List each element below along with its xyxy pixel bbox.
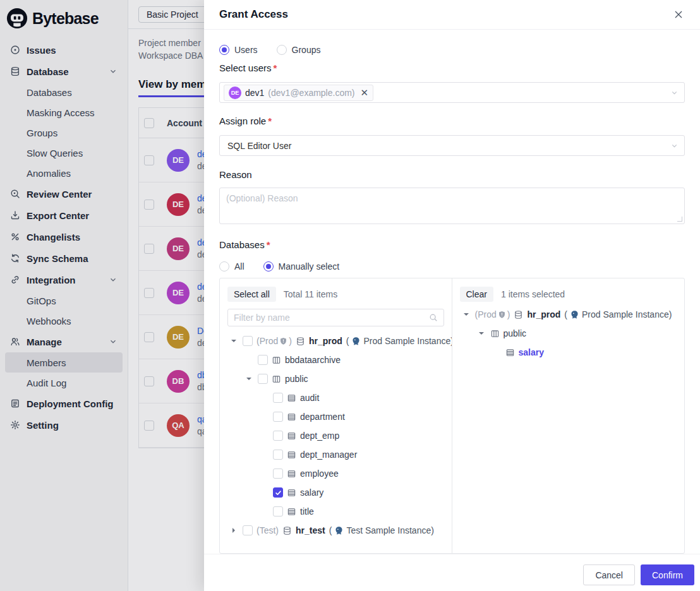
modal-header: Grant Access [204,0,700,30]
radio-button[interactable] [263,261,274,272]
tree-item-name: hr_prod [309,336,342,346]
select-users-input[interactable]: DE dev1 (dev1@example.com) ✕ [219,82,685,103]
total-count: Total 11 items [284,289,337,299]
tree-item-name: dept_emp [300,431,339,441]
instance-label: (Prod Sample Instance) [346,336,452,346]
filter-input[interactable]: Filter by name [227,309,444,326]
table-icon [287,431,296,441]
table-icon [287,412,296,422]
radio-all[interactable]: All [219,261,244,272]
assign-role-value: SQL Editor User [224,141,291,151]
caret-down-icon[interactable] [244,376,254,382]
checkbox[interactable] [258,374,268,384]
source-tree: (Prod)hr_prod(Prod Sample Instance)bbdat… [227,331,444,540]
table-icon [287,450,296,460]
radio-label: Users [234,45,258,55]
instance-label: (Prod Sample Instance) [564,309,672,319]
radio-button[interactable] [277,45,287,55]
checkbox[interactable] [273,431,283,441]
tree-item-department[interactable]: department [227,407,444,426]
checkbox[interactable] [273,487,283,498]
principal-radio-group: UsersGroups [219,44,685,56]
tree-item-name: bbdataarchive [285,355,341,365]
instance-label: (Test Sample Instance) [329,525,434,535]
checkbox[interactable] [273,412,283,422]
checkbox[interactable] [243,336,253,346]
schema-icon [272,355,281,365]
postgres-icon [351,337,361,346]
grant-access-modal: Grant Access UsersGroups Select users* D… [204,0,700,591]
selected-count: 1 items selected [501,289,565,299]
tree-item-bbdataarchive[interactable]: bbdataarchive [227,350,444,369]
avatar: DE [229,87,241,99]
radio-users[interactable]: Users [219,45,258,55]
reason-textarea[interactable]: (Optional) Reason [219,188,685,224]
checkbox[interactable] [273,393,283,403]
database-picker: Select all Total 11 items Filter by name… [219,278,685,554]
schema-icon [490,329,500,338]
clear-button[interactable]: Clear [460,287,493,302]
cancel-button[interactable]: Cancel [583,564,635,585]
caret-right-icon[interactable] [229,527,239,534]
search-icon [429,313,438,322]
selected-user-tag: DE dev1 (dev1@example.com) ✕ [224,85,373,101]
tree-item-employee[interactable]: employee [227,464,444,483]
scope-radio-group: AllManually select [219,260,685,273]
databases-label: Databases* [219,239,685,252]
tree-item-salary[interactable]: salary [227,483,444,502]
radio-button[interactable] [219,261,229,272]
tree-item-name: salary [519,347,544,357]
environment-label: (Test) [256,525,279,535]
reason-label: Reason [219,169,685,182]
tree-database-icon [296,337,305,346]
tree-item-hr-test[interactable]: (Test)hr_test(Test Sample Instance) [227,521,444,540]
confirm-button[interactable]: Confirm [641,564,694,585]
tree-item-name: hr_prod [527,309,560,319]
assign-role-label: Assign role* [219,116,685,128]
schema-icon [272,374,281,384]
selected-tree: (Prod)hr_prod(Prod Sample Instance)publi… [460,305,677,362]
filter-placeholder: Filter by name [234,313,290,323]
picker-source-pane: Select all Total 11 items Filter by name… [220,278,452,553]
caret-down-icon[interactable] [461,311,471,318]
tree-item-name: dept_manager [300,450,357,460]
tree-item-name: public [285,374,308,384]
table-icon [287,469,296,479]
tree-item-dept-manager[interactable]: dept_manager [227,445,444,464]
assign-role-select[interactable]: SQL Editor User [219,135,685,156]
tree-item-salary[interactable]: salary [460,343,677,362]
radio-label: Groups [292,45,321,55]
close-icon[interactable] [672,8,685,21]
checkbox[interactable] [273,450,283,460]
user-name: dev1 [245,88,264,98]
tree-database-icon [514,310,523,319]
checkbox[interactable] [273,506,283,516]
chevron-down-icon [670,88,679,97]
tree-item-audit[interactable]: audit [227,388,444,407]
tree-item-public[interactable]: public [460,324,677,343]
caret-down-icon[interactable] [229,338,239,344]
checkbox[interactable] [273,469,283,479]
select-users-label: Select users* [219,63,685,75]
caret-down-icon[interactable] [476,330,486,337]
tree-item-name: hr_test [296,525,325,535]
checkbox[interactable] [258,355,268,365]
tree-item-title[interactable]: title [227,502,444,521]
tree-item-public[interactable]: public [227,369,444,388]
app-window: Bytebase IssuesDatabaseDatabasesMasking … [0,0,700,591]
tree-item-name: employee [300,469,339,479]
radio-label: All [234,261,244,272]
tree-item-hr-prod[interactable]: (Prod)hr_prod(Prod Sample Instance) [460,305,677,324]
tree-item-name: title [300,506,314,516]
table-icon [287,507,296,516]
tree-item-hr-prod[interactable]: (Prod)hr_prod(Prod Sample Instance) [227,331,444,350]
checkbox[interactable] [243,525,253,535]
tree-item-dept-emp[interactable]: dept_emp [227,426,444,445]
radio-manually-select[interactable]: Manually select [263,261,340,272]
radio-button[interactable] [219,45,229,55]
select-all-button[interactable]: Select all [227,287,276,302]
radio-groups[interactable]: Groups [277,45,321,55]
remove-user-icon[interactable]: ✕ [361,87,369,98]
shield-icon [498,311,506,319]
chevron-down-icon [670,141,679,150]
